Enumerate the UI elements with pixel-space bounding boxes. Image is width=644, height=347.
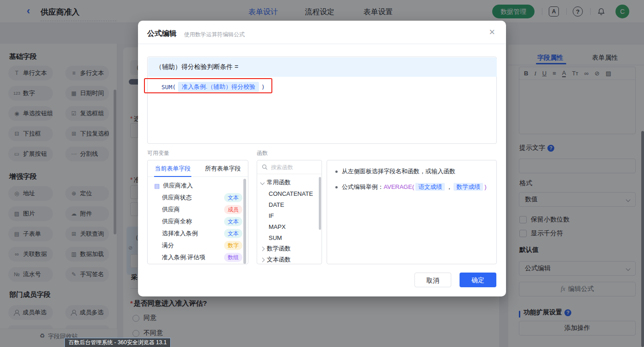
app-root: ‹ 供应商准入 表单设计 流程设定 表单设置 数据管理 A ? C ⊕ 表单外链… <box>0 0 644 347</box>
confirm-button[interactable]: 确定 <box>460 273 496 287</box>
functions-scrollbar[interactable] <box>319 177 321 230</box>
function-group-text[interactable]: 文本函数 <box>257 254 322 264</box>
tab-all-form-fields[interactable]: 所有表单字段 <box>198 160 248 176</box>
formula-help-panel: 从左侧面板选择字段名和函数，或输入函数 公式编辑举例：AVERAGE(语文成绩，… <box>327 160 497 264</box>
formula-expression[interactable]: SUM( 准入条例.（辅助）得分校验 ) <box>161 81 265 93</box>
variable-item[interactable]: 供应商成员 <box>148 204 248 216</box>
formula-field-token[interactable]: 准入条例.（辅助）得分校验 <box>178 82 259 92</box>
functions-panel: 常用函数 CONCATENATE DATE IF MAPX SUM 数学函数 文… <box>257 160 322 264</box>
function-group-math[interactable]: 数学函数 <box>257 243 322 254</box>
help-line-2: 公式编辑举例：AVERAGE(语文成绩，数学成绩) <box>327 182 496 192</box>
type-badge: 成员 <box>224 205 242 214</box>
function-group-common[interactable]: 常用函数 <box>257 177 322 188</box>
function-item[interactable]: CONCATENATE <box>257 188 322 199</box>
search-icon <box>262 164 268 170</box>
chevron-right-icon <box>260 257 265 262</box>
formula-editor-box[interactable]: （辅助）得分检验判断条件 = SUM( 准入条例.（辅助）得分校验 ) <box>147 57 497 144</box>
type-badge: 文本 <box>224 217 242 226</box>
browser-title-tooltip: 百数后台管理系统 - 360安全浏览器 13.1 <box>64 338 171 347</box>
variables-tabs: 当前表单字段 所有表单字段 <box>148 160 248 177</box>
modal-title: 公式编辑 <box>147 29 177 39</box>
help-example-function: AVERAGE( <box>384 183 414 190</box>
help-line-1: 从左侧面板选择字段名和函数，或输入函数 <box>327 167 496 176</box>
bullet-icon <box>335 186 338 188</box>
variable-item[interactable]: 准入条例.评估项数组 <box>148 251 248 263</box>
chevron-down-icon <box>260 180 265 185</box>
variable-item[interactable]: 供应商状态文本 <box>148 192 248 204</box>
tree-root[interactable]: ▤ 供应商准入 <box>148 180 248 192</box>
formula-function: SUM( <box>161 84 176 91</box>
formula-target-banner: （辅助）得分检验判断条件 = <box>148 57 497 77</box>
function-search[interactable] <box>257 160 322 174</box>
formula-edit-modal: 公式编辑 使用数学运算符编辑公式 × （辅助）得分检验判断条件 = SUM( 准… <box>138 21 506 296</box>
variable-item[interactable]: 满分数字 <box>148 239 248 251</box>
help-example-comma: ， <box>446 183 452 190</box>
type-badge: 数组 <box>224 253 242 262</box>
variables-scrollbar[interactable] <box>243 179 246 264</box>
function-item[interactable]: IF <box>257 210 322 221</box>
tab-current-form-fields[interactable]: 当前表单字段 <box>148 160 198 176</box>
chevron-right-icon <box>260 246 265 251</box>
help-example-token: 数学成绩 <box>454 183 483 191</box>
functions-label: 函数 <box>257 149 268 157</box>
type-badge: 文本 <box>224 193 242 202</box>
tree-root-label: 供应商准入 <box>163 182 242 190</box>
type-badge: 数字 <box>224 241 242 250</box>
function-group-label: 常用函数 <box>267 178 291 187</box>
bullet-icon <box>335 171 338 173</box>
function-item[interactable]: MAPX <box>257 221 322 232</box>
modal-subtitle: 使用数学运算符编辑公式 <box>184 31 245 39</box>
help-example-prefix: 公式编辑举例： <box>342 183 384 190</box>
help-example-close: ) <box>484 183 486 190</box>
close-icon[interactable]: × <box>489 27 495 37</box>
function-item[interactable]: DATE <box>257 199 322 210</box>
function-item[interactable]: SUM <box>257 232 322 243</box>
cancel-button[interactable]: 取消 <box>414 273 451 287</box>
function-group-label: 文本函数 <box>267 256 291 264</box>
variables-label: 可用变量 <box>147 149 169 157</box>
function-group-label: 数学函数 <box>267 245 291 253</box>
form-doc-icon: ▤ <box>154 182 160 189</box>
formula-close-paren: ) <box>261 84 265 91</box>
help-example-token: 语文成绩 <box>415 183 445 191</box>
formula-target-text: （辅助）得分检验判断条件 = <box>155 63 238 71</box>
type-badge: 文本 <box>224 229 242 238</box>
variable-item[interactable]: 供应商全称文本 <box>148 216 248 228</box>
variables-panel: 当前表单字段 所有表单字段 ▤ 供应商准入 供应商状态文本 供应商成员 供应商全… <box>147 160 248 264</box>
function-search-input[interactable] <box>271 164 315 171</box>
divider <box>138 44 506 44</box>
variable-item[interactable]: 选择准入条例文本 <box>148 228 248 239</box>
